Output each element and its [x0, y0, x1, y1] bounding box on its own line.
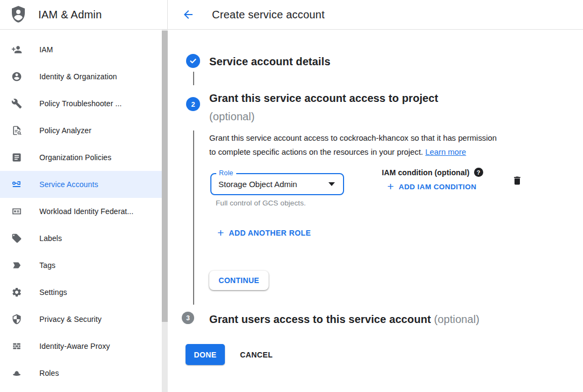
step2-number: 2	[191, 100, 195, 108]
step2-title: Grant this service account access to pro…	[209, 90, 438, 106]
wrench-icon	[11, 98, 22, 109]
iam-admin-page: IAM & Admin Create service account IAM I…	[0, 0, 583, 392]
iam-shield-icon	[10, 5, 27, 24]
sidebar-item-privacy-security[interactable]: Privacy & Security	[0, 306, 168, 333]
sidebar-item-policy-analyzer[interactable]: Policy Analyzer	[0, 117, 168, 144]
step2-description: Grant this service account access to coc…	[209, 132, 533, 159]
article-icon	[11, 152, 22, 163]
step3-number: 3	[186, 314, 190, 322]
step3-optional-label: (optional)	[434, 313, 479, 325]
sidebar-item-workload-identity-federation[interactable]: Workload Identity Federat...	[0, 198, 168, 225]
iam-condition-section: IAM condition (optional) ? + ADD IAM CON…	[382, 168, 483, 191]
sidebar-item-policy-troubleshooter[interactable]: Policy Troubleshooter ...	[0, 90, 168, 117]
back-arrow-icon[interactable]	[182, 8, 195, 21]
label-important-icon	[11, 260, 22, 271]
sidebar-item-iam[interactable]: IAM	[0, 36, 168, 63]
dropdown-caret-icon	[328, 182, 335, 186]
delete-role-button[interactable]	[511, 174, 524, 187]
step1-title: Service account details	[209, 54, 331, 68]
help-icon[interactable]: ?	[474, 168, 483, 177]
role-selected-value: Storage Object Admin	[211, 180, 328, 189]
description-line1: Grant this service account access to coc…	[209, 132, 533, 146]
top-header: IAM & Admin Create service account	[0, 0, 583, 30]
help-glyph: ?	[477, 169, 481, 176]
sidebar-scrollbar-thumb[interactable]	[162, 31, 168, 322]
role-helper-text: Full control of GCS objects.	[216, 199, 306, 207]
plus-icon: +	[387, 182, 394, 191]
iam-condition-label: IAM condition (optional)	[382, 168, 470, 177]
sidebar-item-label: Identity-Aware Proxy	[39, 342, 110, 350]
step2-number-badge: 2	[186, 97, 200, 111]
sidebar-item-organization-policies[interactable]: Organization Policies	[0, 144, 168, 171]
sidebar-item-label: Policy Analyzer	[39, 126, 91, 135]
learn-more-link[interactable]: Learn more	[426, 148, 467, 156]
sidebar-item-label: Privacy & Security	[39, 315, 101, 324]
document-search-icon	[11, 125, 22, 136]
sidebar-item-label: Service Accounts	[39, 180, 98, 189]
person-add-icon	[11, 44, 22, 55]
step3-title: Grant users access to this service accou…	[209, 313, 431, 325]
sidebar-item-label: Settings	[39, 288, 67, 297]
sidebar-item-label: Tags	[39, 261, 56, 270]
tag-icon	[11, 233, 22, 244]
product-header: IAM & Admin	[0, 0, 168, 30]
sidebar-item-tags[interactable]: Tags	[0, 252, 168, 279]
half-shield-icon	[11, 314, 22, 325]
gear-icon	[11, 287, 22, 298]
sidebar-item-label: Policy Troubleshooter ...	[39, 99, 122, 108]
firewall-icon	[11, 341, 22, 352]
add-iam-condition-button[interactable]: + ADD IAM CONDITION	[387, 182, 483, 191]
step3-heading: Grant users access to this service accou…	[209, 312, 479, 327]
stepper-connector	[193, 72, 194, 85]
role-select[interactable]: Role Storage Object Admin	[210, 173, 344, 195]
sidebar-item-label: Identity & Organization	[39, 72, 117, 81]
add-another-role-label: ADD ANOTHER ROLE	[229, 229, 311, 237]
sidebar-item-label: IAM	[39, 45, 53, 54]
step2-optional-label: (optional)	[209, 108, 438, 125]
step2-heading: Grant this service account access to pro…	[209, 90, 438, 125]
role-field-label: Role	[216, 169, 236, 177]
service-account-key-icon	[11, 179, 22, 190]
hat-icon	[11, 368, 22, 379]
sidebar-scrollbar-track[interactable]	[162, 30, 168, 392]
sidebar-item-label: Workload Identity Federat...	[39, 207, 134, 216]
sidebar-item-label: Organization Policies	[39, 153, 112, 162]
sidebar-item-labels[interactable]: Labels	[0, 225, 168, 252]
sidebar-item-settings[interactable]: Settings	[0, 279, 168, 306]
description-line2: to complete specific actions on the reso…	[209, 148, 423, 156]
step1-complete-icon	[186, 54, 200, 68]
stepper-connector	[193, 130, 194, 305]
done-button[interactable]: DONE	[186, 344, 225, 365]
sidebar-nav: IAM Identity & Organization Policy Troub…	[0, 30, 168, 392]
sidebar-item-identity-aware-proxy[interactable]: Identity-Aware Proxy	[0, 333, 168, 360]
account-circle-icon	[11, 71, 22, 82]
page-header: Create service account	[168, 0, 583, 30]
create-service-account-form: Service account details 2 Grant this ser…	[168, 30, 583, 392]
sidebar-item-label: Labels	[39, 234, 62, 243]
product-title: IAM & Admin	[38, 9, 102, 21]
sidebar-item-roles[interactable]: Roles	[0, 360, 168, 387]
sidebar-item-label: Roles	[39, 369, 59, 377]
id-card-icon	[11, 206, 22, 217]
step3-number-badge: 3	[182, 312, 194, 324]
cancel-button[interactable]: CANCEL	[231, 344, 282, 365]
plus-icon: +	[217, 228, 224, 238]
add-iam-condition-label: ADD IAM CONDITION	[399, 183, 476, 191]
add-another-role-button[interactable]: + ADD ANOTHER ROLE	[217, 228, 311, 238]
trash-icon	[512, 175, 523, 187]
page-title: Create service account	[212, 9, 325, 21]
continue-button[interactable]: CONTINUE	[209, 271, 269, 290]
sidebar-item-identity-organization[interactable]: Identity & Organization	[0, 63, 168, 90]
sidebar-item-service-accounts[interactable]: Service Accounts	[0, 171, 168, 198]
